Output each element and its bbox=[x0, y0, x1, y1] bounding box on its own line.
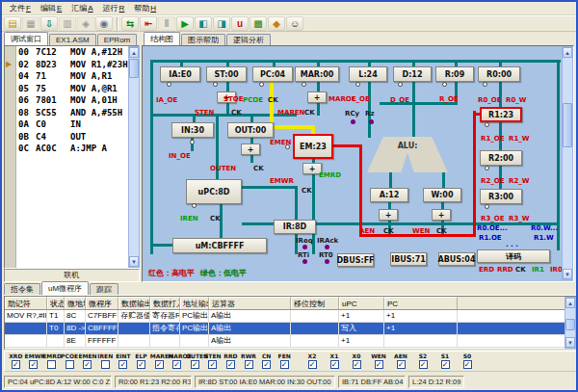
signal-label-aen: AEN bbox=[359, 227, 375, 235]
signal-checkbox-emen[interactable]: ✓ bbox=[83, 360, 92, 369]
signal-checkbox-iren[interactable] bbox=[101, 360, 110, 369]
menu-item-label: 汇编 bbox=[71, 4, 87, 13]
diagram-box-um: uM:CBFFFF bbox=[172, 238, 267, 253]
menu-item-2[interactable]: 汇编A bbox=[66, 3, 97, 14]
connector-node bbox=[213, 82, 218, 87]
scroll-thumb[interactable] bbox=[563, 103, 572, 147]
menu-item-0[interactable]: 文件F bbox=[5, 3, 36, 14]
scroll-up-icon[interactable]: ▲ bbox=[563, 47, 572, 58]
help-assistant-button[interactable]: ☺ bbox=[286, 16, 303, 31]
signal-checkbox-emwr[interactable]: ✓ bbox=[29, 360, 38, 369]
signal-checkbox-outen[interactable]: ✓ bbox=[191, 360, 199, 369]
scroll-down-icon[interactable]: ▼ bbox=[565, 337, 575, 348]
signal-checkbox-label: RWR bbox=[241, 353, 256, 359]
signal-checkbox-pcoe[interactable] bbox=[66, 360, 74, 369]
scroll-up-icon[interactable]: ▲ bbox=[565, 298, 575, 308]
assemble-load-icon: ⇩ bbox=[45, 17, 53, 30]
signal-checkbox-x1[interactable]: ✓ bbox=[330, 360, 339, 369]
microcode-table: 助记符状态微地址微程序数据输出数据打入地址输出运算器移位控制uPCPCMOV R… bbox=[4, 296, 578, 350]
tab-left-0[interactable]: 调试窗口 bbox=[4, 32, 48, 45]
scroll-thumb[interactable] bbox=[129, 59, 139, 78]
signal-checkbox-cn[interactable]: ✓ bbox=[262, 360, 271, 369]
code-line[interactable]: 028D23MOV R1,#23H bbox=[18, 60, 126, 72]
signal-checkbox-x0[interactable]: ✓ bbox=[353, 360, 361, 369]
code-bytes: C4 bbox=[36, 132, 70, 142]
status-section-0: PC:04 uPC:8D A:12 W:00 C:0 Z:0 bbox=[4, 376, 112, 388]
status-section-3: IB:71 DB:FF AB:04 bbox=[338, 376, 406, 388]
signal-item-s0: S0✓ bbox=[457, 353, 479, 369]
signal-checkbox-emrd[interactable] bbox=[47, 360, 56, 369]
tab-bottom-1[interactable]: uM微程序 bbox=[41, 281, 89, 295]
code-line[interactable]: 0575MOV A,@R1 bbox=[18, 84, 126, 96]
io-window-button[interactable]: ◆ bbox=[268, 16, 285, 31]
signal-checkbox-xrd[interactable]: ✓ bbox=[12, 360, 20, 369]
code-line[interactable]: 0BC4OUT bbox=[18, 132, 126, 144]
code-line[interactable]: 0CAC0CA:JMP A bbox=[18, 144, 126, 156]
step-into-button[interactable]: ◧ bbox=[195, 16, 212, 31]
micro-step-button[interactable]: u bbox=[231, 16, 249, 31]
signal-checkbox-fen[interactable]: ✓ bbox=[280, 360, 289, 369]
code-line[interactable]: 067801MOV A,01H bbox=[18, 95, 126, 108]
reset-button[interactable]: ⇤ bbox=[140, 16, 157, 31]
signal-checkbox-elp[interactable]: ✓ bbox=[137, 360, 145, 369]
tab-left-2[interactable]: EPRom bbox=[97, 34, 138, 45]
scroll-up-icon[interactable]: ▲ bbox=[129, 47, 139, 58]
signal-checkbox-maren[interactable]: ✓ bbox=[155, 360, 164, 369]
signal-item-sten: STEN✓ bbox=[204, 353, 223, 369]
diagram-box-r0: R0:00 bbox=[478, 66, 520, 82]
signal-checkbox-eint[interactable]: ✓ bbox=[118, 360, 127, 369]
menu-item-3[interactable]: 运行R bbox=[98, 3, 130, 14]
microcode-row[interactable]: 8EFFFFFFA输出+1 bbox=[5, 335, 577, 348]
tab-bottom-0[interactable]: 指令集 bbox=[4, 283, 40, 295]
open-button[interactable]: ▤ bbox=[4, 16, 21, 31]
verify-button[interactable]: ◉ bbox=[95, 16, 113, 31]
signal-checkbox-sten[interactable]: ✓ bbox=[208, 360, 217, 369]
latch-box: + bbox=[379, 209, 398, 221]
menu-item-4[interactable]: 帮助H bbox=[129, 3, 161, 14]
code-line[interactable]: 0AC0IN bbox=[18, 119, 126, 132]
status-led-dot bbox=[325, 259, 329, 264]
wire-address-path bbox=[270, 82, 274, 128]
diagram-box-r2: R2:00 bbox=[480, 150, 522, 166]
signal-checkbox-maroe[interactable]: ✓ bbox=[172, 360, 181, 369]
diagram-scrollbar[interactable]: ▲▼ bbox=[562, 46, 573, 280]
assemble-load-button[interactable]: ⇩ bbox=[40, 16, 58, 31]
menu-item-1[interactable]: 编辑E bbox=[36, 3, 66, 14]
microcode-row[interactable]: T08D ->CBFFFF指令寄存器PC输出A输出写入+1 bbox=[5, 323, 577, 335]
scroll-down-icon[interactable]: ▼ bbox=[563, 269, 572, 279]
signal-checkbox-x2[interactable]: ✓ bbox=[308, 360, 317, 369]
refresh-button[interactable]: ⇆ bbox=[121, 16, 139, 31]
wire-bus bbox=[242, 186, 297, 189]
wire-bus bbox=[412, 82, 415, 138]
scroll-down-icon[interactable]: ▼ bbox=[129, 256, 139, 267]
microcode-row[interactable]: MOV R?,#IIT18CC7FBFF存贮器值EM寄存器R?PC输出A输出+1… bbox=[5, 310, 577, 323]
signal-checkbox-rwr[interactable]: ✓ bbox=[245, 360, 253, 369]
code-line[interactable]: 007C12MOV A,#12H bbox=[18, 47, 126, 60]
code-line[interactable]: 0471MOV A,R1 bbox=[18, 71, 126, 84]
table-cell: A输出 bbox=[209, 310, 291, 322]
table-cell: C7FBFF bbox=[86, 310, 118, 322]
table-scrollbar[interactable]: ▲▼ bbox=[565, 297, 576, 349]
latch-box: + bbox=[241, 144, 260, 155]
tab-main-1[interactable]: 图示帮助 bbox=[181, 34, 225, 45]
signal-checkbox-aen[interactable]: ✓ bbox=[397, 360, 406, 369]
scroll-thumb[interactable] bbox=[565, 319, 575, 330]
step-over-button[interactable]: ◨ bbox=[213, 16, 230, 31]
search-icon: ◈ bbox=[82, 17, 90, 30]
code-scrollbar[interactable]: ▲▼ bbox=[128, 46, 140, 268]
tab-bottom-2[interactable]: 跟踪 bbox=[90, 283, 118, 295]
signal-checkbox-wen[interactable]: ✓ bbox=[375, 360, 383, 369]
tab-left-1[interactable]: EX1.ASM bbox=[49, 34, 96, 45]
run-button[interactable]: ▶ bbox=[176, 16, 194, 31]
signal-checkbox-label: CN bbox=[262, 353, 271, 359]
tab-main-2[interactable]: 逻辑分析 bbox=[226, 34, 271, 45]
tab-main-0[interactable]: 结构图 bbox=[144, 32, 180, 45]
logic-analyzer-button[interactable]: ▩ bbox=[250, 16, 267, 31]
diagram-box-in: IN:30 bbox=[171, 122, 214, 138]
signal-checkbox-rrd[interactable]: ✓ bbox=[226, 360, 235, 369]
signal-checkbox-s1[interactable]: ✓ bbox=[441, 360, 450, 369]
signal-checkbox-s2[interactable]: ✓ bbox=[419, 360, 428, 369]
signal-item-emen: EMEN✓ bbox=[78, 353, 96, 369]
code-line[interactable]: 085C55AND A,#55H bbox=[18, 108, 126, 120]
signal-checkbox-s0[interactable]: ✓ bbox=[463, 360, 472, 369]
